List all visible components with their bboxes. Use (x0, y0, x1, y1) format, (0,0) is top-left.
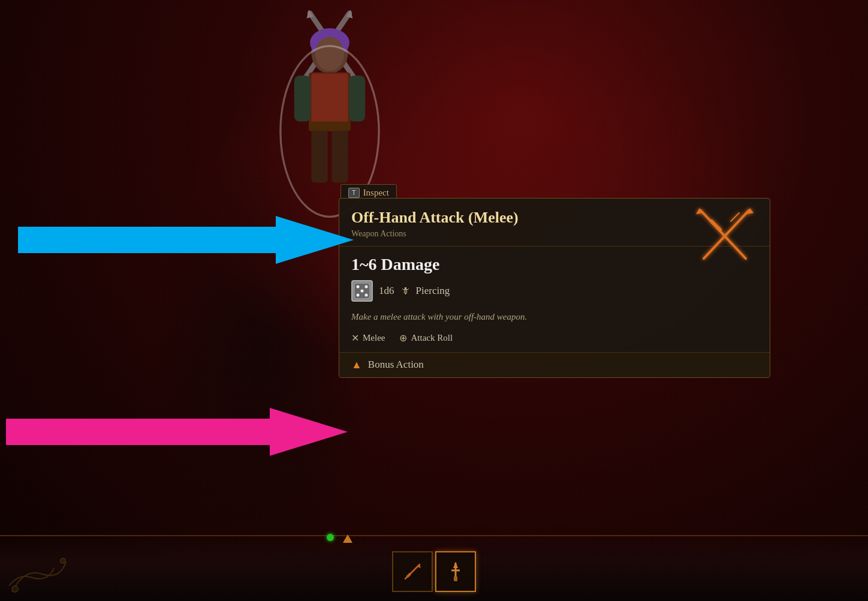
tooltip-title: Off-Hand Attack (Melee) (351, 208, 519, 227)
attack-roll-icon: ⊕ (399, 332, 407, 344)
attack-roll-label: Attack Roll (411, 333, 453, 343)
bonus-action-label: Bonus Action (368, 359, 424, 371)
melee-label: Melee (363, 333, 385, 343)
svg-point-26 (357, 294, 360, 297)
damage-dice-label: 1d6 (379, 285, 394, 297)
crossed-swords-icon (689, 205, 761, 265)
damage-detail: 1d6 🗡 Piercing (351, 280, 758, 302)
svg-point-7 (315, 37, 344, 71)
piercing-icon: 🗡 (400, 286, 410, 296)
tooltip-tags: ✕ Melee ⊕ Attack Roll (351, 332, 758, 344)
inspect-key-badge: T (348, 188, 360, 198)
tooltip-title-area: Off-Hand Attack (Melee) Weapon Actions (351, 208, 519, 239)
bar-decoration-left (6, 544, 78, 598)
svg-point-24 (365, 286, 368, 289)
svg-line-21 (731, 213, 739, 221)
triangle-indicator (343, 534, 352, 543)
svg-point-27 (365, 294, 368, 297)
svg-point-29 (61, 558, 65, 563)
tag-attack-roll: ⊕ Attack Roll (399, 332, 453, 344)
tag-melee: ✕ Melee (351, 332, 385, 344)
inspect-label: Inspect (363, 188, 389, 198)
svg-line-32 (408, 574, 410, 576)
svg-marker-34 (453, 562, 458, 568)
svg-line-16 (701, 211, 746, 259)
melee-icon: ✕ (351, 332, 359, 344)
svg-rect-14 (309, 122, 351, 131)
hotbar-slot-1[interactable] (392, 551, 433, 592)
dagger-icon (442, 558, 469, 585)
svg-line-20 (712, 221, 720, 230)
tooltip-panel: Off-Hand Attack (Melee) Weapon Actions (339, 198, 770, 378)
svg-point-28 (12, 586, 18, 592)
hotbar-slot-2[interactable] (435, 551, 476, 592)
indicator-dot (327, 534, 334, 541)
svg-rect-11 (349, 76, 365, 122)
hotbar (392, 551, 476, 592)
svg-rect-9 (311, 74, 348, 130)
tooltip-description: Make a melee attack with your off-hand w… (351, 310, 758, 324)
dice-icon (351, 280, 373, 302)
svg-point-25 (361, 290, 364, 293)
svg-rect-36 (454, 576, 457, 581)
damage-type-label: Piercing (416, 285, 450, 297)
tooltip-header: Off-Hand Attack (Melee) Weapon Actions (339, 199, 770, 247)
svg-rect-13 (331, 130, 348, 183)
tooltip-subtitle: Weapon Actions (351, 229, 519, 239)
sword-icon-1 (399, 558, 426, 585)
tooltip-footer: ▲ Bonus Action (339, 352, 770, 377)
bonus-action-icon: ▲ (351, 359, 362, 371)
svg-point-23 (357, 286, 360, 289)
svg-rect-12 (311, 130, 327, 183)
svg-line-18 (704, 211, 749, 259)
svg-rect-10 (294, 76, 311, 122)
